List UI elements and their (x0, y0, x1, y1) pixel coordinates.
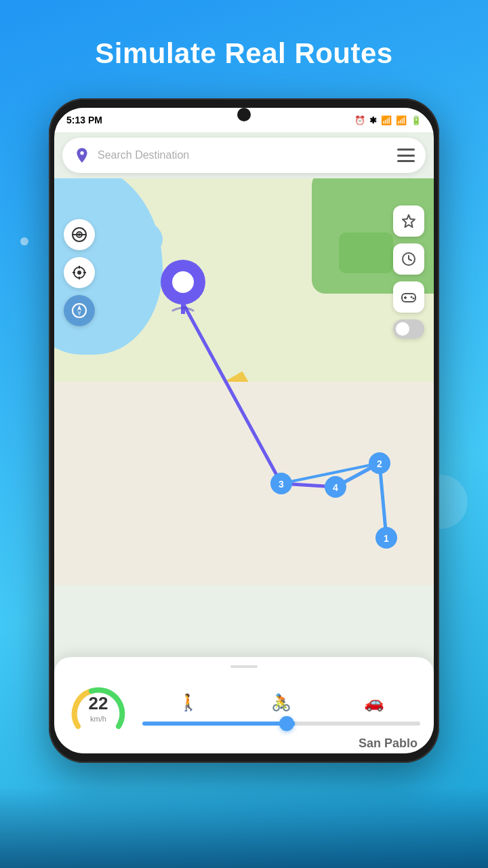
svg-marker-21 (77, 305, 81, 311)
compass-button[interactable] (64, 295, 95, 326)
pokeball-icon (72, 227, 87, 242)
svg-point-30 (411, 296, 413, 298)
svg-point-15 (77, 271, 81, 275)
speed-unit: km/h (90, 715, 106, 723)
toggle-knob (396, 322, 409, 336)
search-placeholder: Search Destination (98, 149, 390, 161)
gamepad-icon (401, 290, 417, 304)
svg-line-0 (380, 463, 386, 538)
signal-icon: 📶 (396, 115, 407, 125)
toggle-button[interactable] (393, 319, 424, 338)
location-pin-icon (73, 146, 91, 164)
menu-line-2 (397, 155, 415, 157)
bottom-decoration (0, 787, 488, 868)
svg-text:3: 3 (279, 479, 284, 490)
decoration-glow-3 (20, 237, 28, 245)
speed-number: 22 (89, 694, 108, 712)
status-icons: ⏰ ✱ 📶 📶 🔋 (354, 115, 422, 125)
svg-text:2: 2 (377, 458, 382, 469)
transport-options: 🚶 🚴 🚗 (142, 693, 420, 726)
route-overlay: 4 3 2 1 (54, 178, 434, 585)
speed-slider[interactable] (142, 722, 420, 726)
map-area[interactable]: 4 3 2 1 (54, 178, 434, 585)
location-center-button[interactable] (64, 257, 95, 288)
phone-screen: 5:13 PM ⏰ ✱ 📶 📶 🔋 Search Destination (54, 108, 434, 753)
map-pin (159, 256, 207, 314)
phone-frame: 5:13 PM ⏰ ✱ 📶 📶 🔋 Search Destination (49, 98, 439, 763)
pokeball-button[interactable] (64, 219, 95, 250)
svg-text:1: 1 (384, 533, 389, 544)
speed-meter: 22 km/h (68, 679, 129, 740)
transport-icons: 🚶 🚴 🚗 (142, 693, 420, 712)
city-label: San Pablo (359, 736, 418, 751)
search-bar[interactable]: Search Destination (62, 138, 426, 173)
svg-point-10 (172, 271, 194, 293)
bike-icon[interactable]: 🚴 (271, 693, 291, 712)
svg-text:4: 4 (333, 482, 338, 493)
page-title: Simulate Real Routes (0, 0, 488, 90)
bluetooth-icon: ✱ (369, 115, 377, 125)
menu-line-3 (397, 160, 415, 162)
wifi-icon: 📶 (381, 115, 392, 125)
drag-handle[interactable] (230, 665, 258, 668)
svg-marker-22 (77, 311, 81, 316)
speed-value-container: 22 km/h (89, 694, 108, 724)
gamepad-button[interactable] (393, 281, 424, 313)
battery-icon: 🔋 (411, 115, 422, 125)
left-map-controls (64, 219, 95, 326)
menu-line-1 (397, 149, 415, 151)
history-button[interactable] (393, 243, 424, 275)
speed-slider-container[interactable] (142, 722, 420, 726)
camera-notch (237, 108, 251, 121)
favorites-button[interactable] (393, 205, 424, 237)
alarm-icon: ⏰ (354, 115, 365, 125)
crosshair-icon (72, 265, 87, 280)
menu-icon[interactable] (397, 149, 415, 162)
svg-point-31 (413, 298, 415, 300)
car-icon[interactable]: 🚗 (364, 693, 384, 712)
svg-marker-23 (403, 215, 415, 227)
clock-icon (401, 252, 416, 267)
svg-point-13 (78, 233, 81, 236)
slider-thumb[interactable] (279, 716, 294, 731)
compass-icon (72, 303, 87, 318)
svg-line-26 (409, 259, 411, 260)
bottom-content: 22 km/h 🚶 🚴 🚗 (68, 679, 420, 740)
walk-icon[interactable]: 🚶 (178, 693, 199, 712)
status-time: 5:13 PM (66, 115, 102, 125)
right-map-controls (393, 205, 424, 338)
star-icon (401, 214, 416, 229)
